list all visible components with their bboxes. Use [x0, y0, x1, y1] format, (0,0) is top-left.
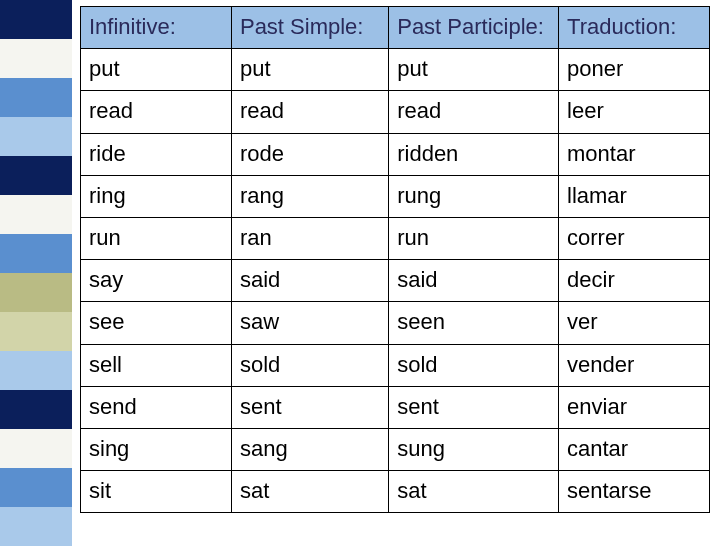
table-row: putputputponer	[81, 49, 710, 91]
table-header-row: Infinitive: Past Simple: Past Participle…	[81, 7, 710, 49]
cell-past-simple: read	[231, 91, 388, 133]
cell-infinitive: read	[81, 91, 232, 133]
cell-traduction: decir	[559, 260, 710, 302]
cell-infinitive: see	[81, 302, 232, 344]
stripe	[0, 78, 72, 117]
table-row: runranruncorrer	[81, 217, 710, 259]
table-row: rideroderiddenmontar	[81, 133, 710, 175]
stripe	[0, 39, 72, 78]
cell-past-simple: ran	[231, 217, 388, 259]
decorative-sidebar	[0, 0, 72, 546]
cell-past-participle: read	[389, 91, 559, 133]
stripe	[0, 312, 72, 351]
cell-past-simple: rang	[231, 175, 388, 217]
cell-past-simple: put	[231, 49, 388, 91]
cell-past-participle: put	[389, 49, 559, 91]
cell-infinitive: put	[81, 49, 232, 91]
cell-past-participle: said	[389, 260, 559, 302]
cell-traduction: llamar	[559, 175, 710, 217]
stripe	[0, 195, 72, 234]
cell-past-participle: run	[389, 217, 559, 259]
cell-past-simple: sang	[231, 428, 388, 470]
cell-past-participle: ridden	[389, 133, 559, 175]
header-past-participle: Past Participle:	[389, 7, 559, 49]
cell-traduction: vender	[559, 344, 710, 386]
cell-infinitive: sing	[81, 428, 232, 470]
table-row: singsangsungcantar	[81, 428, 710, 470]
table-row: saysaidsaiddecir	[81, 260, 710, 302]
cell-infinitive: ring	[81, 175, 232, 217]
cell-infinitive: sit	[81, 471, 232, 513]
stripe	[0, 507, 72, 546]
table-row: ringrangrungllamar	[81, 175, 710, 217]
stripe	[0, 390, 72, 429]
cell-traduction: leer	[559, 91, 710, 133]
cell-past-simple: sold	[231, 344, 388, 386]
header-past-simple: Past Simple:	[231, 7, 388, 49]
stripe	[0, 117, 72, 156]
cell-past-participle: sung	[389, 428, 559, 470]
cell-past-participle: seen	[389, 302, 559, 344]
irregular-verbs-table: Infinitive: Past Simple: Past Participle…	[80, 6, 710, 513]
stripe	[0, 0, 72, 39]
cell-past-participle: sold	[389, 344, 559, 386]
table-row: sendsentsentenviar	[81, 386, 710, 428]
cell-traduction: enviar	[559, 386, 710, 428]
stripe	[0, 156, 72, 195]
cell-past-simple: sat	[231, 471, 388, 513]
stripe	[0, 234, 72, 273]
table-row: readreadreadleer	[81, 91, 710, 133]
cell-past-simple: saw	[231, 302, 388, 344]
cell-traduction: cantar	[559, 428, 710, 470]
cell-past-simple: rode	[231, 133, 388, 175]
stripe	[0, 273, 72, 312]
cell-infinitive: run	[81, 217, 232, 259]
cell-past-simple: said	[231, 260, 388, 302]
cell-infinitive: say	[81, 260, 232, 302]
cell-infinitive: sell	[81, 344, 232, 386]
stripe	[0, 468, 72, 507]
cell-infinitive: ride	[81, 133, 232, 175]
table-row: sitsatsatsentarse	[81, 471, 710, 513]
cell-traduction: montar	[559, 133, 710, 175]
table-row: sellsoldsoldvender	[81, 344, 710, 386]
cell-past-participle: sent	[389, 386, 559, 428]
cell-traduction: poner	[559, 49, 710, 91]
cell-traduction: correr	[559, 217, 710, 259]
header-infinitive: Infinitive:	[81, 7, 232, 49]
table-row: seesawseenver	[81, 302, 710, 344]
cell-past-participle: rung	[389, 175, 559, 217]
header-traduction: Traduction:	[559, 7, 710, 49]
cell-traduction: ver	[559, 302, 710, 344]
stripe	[0, 351, 72, 390]
cell-past-participle: sat	[389, 471, 559, 513]
stripe	[0, 429, 72, 468]
cell-infinitive: send	[81, 386, 232, 428]
content-area: Infinitive: Past Simple: Past Participle…	[72, 0, 728, 546]
cell-past-simple: sent	[231, 386, 388, 428]
cell-traduction: sentarse	[559, 471, 710, 513]
